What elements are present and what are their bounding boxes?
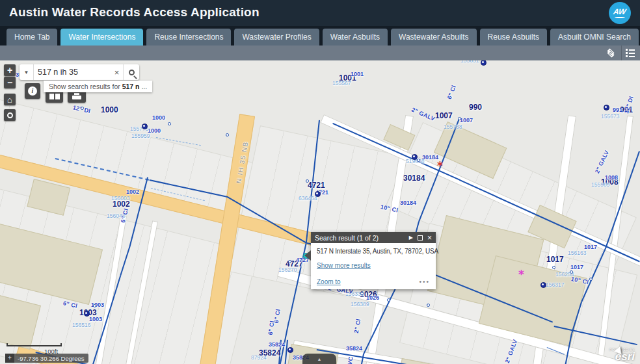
map-label: 1000: [101, 106, 118, 114]
pipe-node-marker[interactable]: [387, 298, 390, 302]
valve-marker-icon[interactable]: [540, 282, 546, 288]
map-label: 35824: [269, 342, 285, 348]
layers-button[interactable]: [602, 46, 619, 60]
map-label: 30184: [422, 155, 438, 161]
map-label: 155738: [444, 124, 462, 130]
tab-home[interactable]: Home Tab: [7, 29, 57, 46]
coordinates-readout: -97.736 30.266 Degrees: [18, 355, 88, 362]
maximize-icon: [418, 235, 423, 240]
map-label: 155909: [591, 182, 609, 188]
next-result-button[interactable]: ▶: [409, 235, 413, 240]
pipe-size-label: 6" Cl: [268, 320, 276, 335]
pipe-node-marker[interactable]: [458, 117, 461, 120]
print-icon: [74, 93, 79, 95]
pipe-node-marker[interactable]: [570, 270, 573, 274]
map-label: 1007: [460, 118, 473, 124]
show-more-results-link[interactable]: Show more results: [317, 262, 371, 269]
more-actions-button[interactable]: •••: [419, 280, 430, 284]
pipe-node-marker[interactable]: [93, 304, 96, 307]
map-label: 155567: [332, 81, 351, 86]
pipe-node-marker[interactable]: [288, 260, 291, 263]
map-label: 1002: [126, 189, 139, 195]
zoom-out-button[interactable]: −: [4, 77, 16, 88]
map-canvas[interactable]: 1001100799030184100010021003472147271026…: [0, 60, 640, 364]
pipe-size-label: 12" DI: [624, 96, 635, 114]
home-extent-button[interactable]: ⌂: [4, 94, 16, 105]
pipe-node-marker[interactable]: [589, 278, 593, 281]
tab-bar: Home Tab Water Intersections Reuse Inter…: [0, 26, 640, 46]
valve-marker-icon[interactable]: [315, 191, 321, 197]
popup-body: 517 N Interstate 35, Austin, TX, 78702, …: [311, 243, 436, 289]
map-label: 156003: [111, 196, 129, 202]
map-label: 4721: [308, 181, 325, 189]
search-icon: [129, 70, 135, 75]
chevron-up-icon: ▲: [317, 357, 322, 361]
coordinates-widget: + -97.736 30.266 Degrees: [5, 354, 88, 363]
map-label: 991: [613, 107, 622, 113]
tab-water-intersections[interactable]: Water Intersections: [60, 29, 143, 46]
popup-footer: Zoom to •••: [317, 278, 430, 285]
tab-reuse-intersections[interactable]: Reuse Intersections: [146, 29, 231, 46]
valve-marker-icon[interactable]: [84, 311, 90, 317]
pipe-size-label: VC: [347, 356, 354, 364]
search-suggestion[interactable]: Show search results for 517 n ...: [44, 81, 152, 92]
valve-marker-icon[interactable]: [142, 124, 148, 129]
map-label: 990: [469, 103, 482, 111]
map-label: 156270: [278, 267, 297, 273]
close-popup-button[interactable]: ×: [427, 235, 432, 241]
attribute-table-expander[interactable]: ▲: [302, 354, 336, 364]
map-label: 87924: [251, 355, 267, 361]
search-source-dropdown[interactable]: ▼: [20, 64, 34, 80]
pipe-node-marker[interactable]: [360, 292, 364, 295]
zoom-in-button[interactable]: +: [4, 64, 16, 76]
pipe-node-marker[interactable]: [427, 304, 430, 307]
pipe-node-marker[interactable]: [552, 266, 555, 269]
map-label: 30184: [403, 174, 425, 182]
valve-marker-icon[interactable]: [481, 60, 487, 66]
map-label: 155673: [601, 114, 619, 120]
red-star-marker[interactable]: *: [437, 162, 443, 169]
pipe-node-marker[interactable]: [168, 122, 171, 125]
app-header: Austin Water Records Access Application …: [0, 0, 640, 26]
tab-asbuilt-omni-search[interactable]: Asbuilt OMNI Search: [550, 29, 639, 46]
map-label: 35824: [346, 346, 362, 352]
tab-water-asbuilts[interactable]: Water Asbuilts: [323, 29, 388, 46]
map-label: 30184: [400, 200, 416, 206]
search-button[interactable]: [124, 64, 139, 80]
map-label: 156516: [72, 322, 90, 328]
crosshair-icon[interactable]: +: [5, 354, 14, 363]
valve-marker-icon[interactable]: [287, 347, 293, 353]
popup-header[interactable]: Search result (1 of 2) ▶ ×: [311, 232, 436, 243]
pipe-size-label: 2" Cl: [354, 318, 362, 334]
home-icon: ⌂: [7, 95, 12, 105]
zoom-to-link[interactable]: Zoom to: [317, 278, 341, 285]
pipe-node-marker[interactable]: [81, 107, 84, 110]
valve-marker-icon[interactable]: [604, 105, 609, 110]
tab-reuse-asbuilts[interactable]: Reuse Asbuilts: [480, 29, 547, 46]
map-label: 1017: [546, 255, 564, 263]
tab-wastewater-asbuilts[interactable]: Wastewater Asbuilts: [391, 29, 477, 46]
info-button[interactable]: i: [25, 83, 40, 99]
pipe-size-label: 6" Cl: [447, 84, 457, 100]
chevron-down-icon: ▼: [24, 70, 29, 75]
pipe-node-marker[interactable]: [226, 133, 229, 136]
pipe-size-label: 2" GALV: [410, 107, 436, 122]
result-address: 517 N Interstate 35, Austin, TX, 78702, …: [317, 248, 430, 255]
map-label: 1003: [89, 317, 102, 322]
tab-wastewater-profiles[interactable]: Wastewater Profiles: [234, 29, 319, 46]
clear-search-button[interactable]: ×: [111, 64, 124, 80]
pipe-node-marker[interactable]: [306, 179, 309, 183]
pipe-node-marker[interactable]: [417, 159, 420, 162]
scale-bar-line: [7, 343, 62, 346]
legend-button[interactable]: [622, 46, 639, 60]
locate-button[interactable]: [4, 109, 16, 121]
scale-bar: 100ft: [7, 343, 62, 346]
map-label: 1017: [584, 244, 597, 250]
map-label: 1000: [152, 115, 165, 121]
map-label: 1008: [605, 175, 618, 181]
magenta-star-marker[interactable]: *: [518, 271, 524, 278]
search-input[interactable]: [34, 64, 111, 80]
maximize-popup-button[interactable]: [418, 235, 423, 240]
map-label: 1017: [570, 265, 583, 270]
map-label: 156163: [568, 250, 586, 256]
